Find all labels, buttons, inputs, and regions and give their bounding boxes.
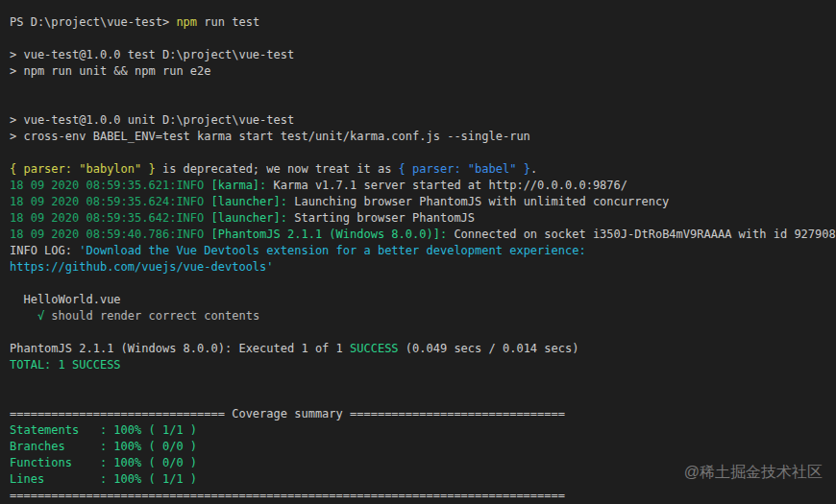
terminal-text-segment: INFO LOG: <box>10 244 79 257</box>
terminal-text-segment: { parser: "babel" } <box>399 162 530 176</box>
terminal-line <box>10 390 832 406</box>
terminal-line <box>10 276 832 292</box>
terminal-text-segment: is deprecated; we now treat it as <box>156 162 399 176</box>
terminal-text-segment: TOTAL: 1 SUCCESS <box>10 358 121 372</box>
terminal-text-segment: Lines : 100% ( 1/1 ) <box>10 472 197 486</box>
terminal-text-segment: Statements : 100% ( 1/1 ) <box>10 423 197 437</box>
terminal-text-segment: 18 09 2020 08:59:35.621:INFO <box>10 179 211 192</box>
terminal-line: 18 09 2020 08:59:40.786:INFO [PhantomJS … <box>10 227 832 243</box>
terminal-text-segment: [launcher]: <box>211 195 295 208</box>
terminal-line: 18 09 2020 08:59:35.642:INFO [launcher]:… <box>10 210 832 227</box>
terminal-line <box>10 96 832 112</box>
terminal-line <box>10 145 832 161</box>
terminal-text-segment: SUCCESS <box>350 342 399 355</box>
terminal-text-segment: 'Download the Vue Devtools extension for… <box>79 244 585 257</box>
terminal-text-segment: should render correct contents <box>44 309 259 323</box>
terminal-line: INFO LOG: 'Download the Vue Devtools ext… <box>10 243 832 259</box>
terminal-line: > vue-test@1.0.0 unit D:\project\vue-tes… <box>10 112 832 129</box>
terminal-line: Functions : 100% ( 0/0 ) <box>10 455 832 471</box>
terminal-line: ========================================… <box>10 488 832 504</box>
terminal-text-segment: [karma]: <box>211 179 274 192</box>
terminal-line <box>10 80 832 96</box>
terminal-line: PS D:\project\vue-test> npm run test <box>10 14 832 31</box>
terminal-text-segment: Karma v1.7.1 server started at http://0.… <box>274 179 627 192</box>
terminal-text-segment: [PhantomJS 2.1.1 (Windows 8.0.0)]: <box>211 228 455 241</box>
terminal-output[interactable]: PS D:\project\vue-test> npm run test > v… <box>0 0 836 504</box>
terminal-text-segment: https://github.com/vuejs/vue-devtools' <box>10 260 274 274</box>
terminal-text-segment: PhantomJS 2.1.1 (Windows 8.0.0): Execute… <box>10 342 350 355</box>
terminal-text-segment: { parser: "babylon" } <box>10 162 156 176</box>
terminal-text-segment: 18 09 2020 08:59:35.642:INFO <box>10 211 211 225</box>
terminal-text-segment: [launcher]: <box>211 211 295 225</box>
terminal-line: Lines : 100% ( 1/1 ) <box>10 471 832 488</box>
terminal-text-segment: Functions : 100% ( 0/0 ) <box>10 456 197 469</box>
terminal-line: > vue-test@1.0.0 test D:\project\vue-tes… <box>10 47 832 63</box>
terminal-text-segment: ========================================… <box>10 489 565 502</box>
terminal-line: Statements : 100% ( 1/1 ) <box>10 422 832 439</box>
terminal-text-segment <box>10 309 37 323</box>
terminal-line: TOTAL: 1 SUCCESS <box>10 357 832 373</box>
terminal-text-segment: PS D:\project\vue-test> <box>10 15 176 29</box>
terminal-line: 18 09 2020 08:59:35.624:INFO [launcher]:… <box>10 194 832 210</box>
terminal-text-segment: > vue-test@1.0.0 unit D:\project\vue-tes… <box>10 113 294 127</box>
terminal-text-segment: 18 09 2020 08:59:40.786:INFO <box>10 228 211 241</box>
terminal-text-segment: Connected on socket i350J-DtRoB4mV9RAAAA… <box>454 228 836 241</box>
terminal-text-segment: > vue-test@1.0.0 test D:\project\vue-tes… <box>10 48 294 61</box>
terminal-line <box>10 31 832 47</box>
terminal-text-segment: Launching browser PhantomJS with unlimit… <box>294 195 669 208</box>
terminal-line: { parser: "babylon" } is deprecated; we … <box>10 161 832 178</box>
terminal-line: √ should render correct contents <box>10 308 832 324</box>
terminal-text-segment: > npm run unit && npm run e2e <box>10 64 211 78</box>
terminal-text-segment: run test <box>197 15 259 29</box>
terminal-text-segment: . <box>530 162 537 176</box>
terminal-text-segment: npm <box>176 15 197 29</box>
terminal-line: 18 09 2020 08:59:35.621:INFO [karma]: Ka… <box>10 178 832 194</box>
terminal-text-segment: 18 09 2020 08:59:35.624:INFO <box>10 195 211 208</box>
terminal-text-segment: =============================== Coverage… <box>10 407 565 420</box>
terminal-text-segment: Starting browser PhantomJS <box>294 211 475 225</box>
terminal-line: HelloWorld.vue <box>10 292 832 308</box>
terminal-text-segment: HelloWorld.vue <box>10 293 121 306</box>
terminal-text-segment: (0.049 secs / 0.014 secs) <box>399 342 579 355</box>
terminal-text-segment: Branches : 100% ( 0/0 ) <box>10 440 197 453</box>
terminal-line: Branches : 100% ( 0/0 ) <box>10 439 832 455</box>
terminal-line: PhantomJS 2.1.1 (Windows 8.0.0): Execute… <box>10 341 832 357</box>
terminal-line <box>10 324 832 341</box>
terminal-line: https://github.com/vuejs/vue-devtools' <box>10 259 832 276</box>
terminal-text-segment: > cross-env BABEL_ENV=test karma start t… <box>10 130 530 143</box>
terminal-line <box>10 373 832 390</box>
terminal-line: > cross-env BABEL_ENV=test karma start t… <box>10 129 832 145</box>
terminal-line: > npm run unit && npm run e2e <box>10 63 832 80</box>
terminal-line: =============================== Coverage… <box>10 406 832 422</box>
